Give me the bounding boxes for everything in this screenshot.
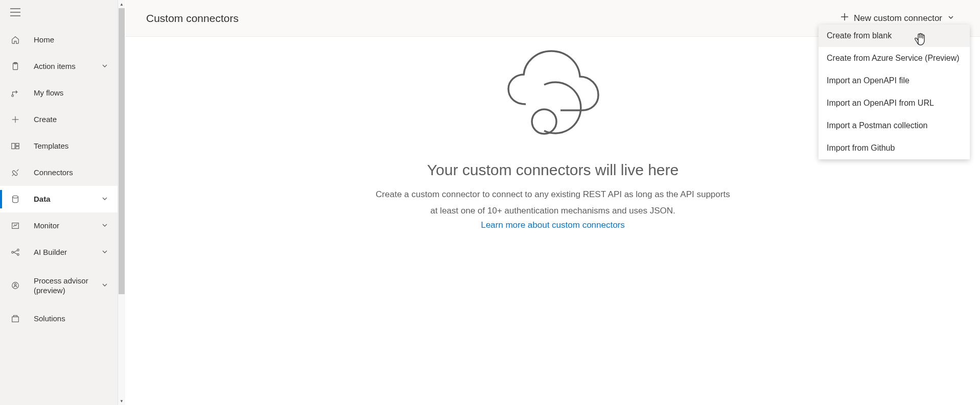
- sidebar-item-label: My flows: [34, 88, 109, 98]
- ai-builder-icon: [10, 247, 20, 257]
- chevron-down-icon: [101, 222, 109, 230]
- monitor-icon: [10, 221, 20, 231]
- plus-icon: [10, 114, 20, 125]
- hamburger-icon: [10, 8, 20, 18]
- connector-icon: [10, 168, 20, 178]
- solutions-icon: [10, 314, 20, 324]
- scrollbar-thumb[interactable]: [119, 8, 125, 294]
- sidebar-item-create[interactable]: Create: [0, 106, 118, 133]
- sidebar-item-templates[interactable]: Templates: [0, 133, 118, 159]
- dropdown-item-label: Import a Postman collection: [827, 121, 927, 130]
- sidebar: Home Action items My flows Create: [0, 0, 118, 405]
- sidebar-item-action-items[interactable]: Action items: [0, 53, 118, 80]
- dropdown-item-import-openapi-file[interactable]: Import an OpenAPI file: [819, 69, 970, 92]
- sidebar-scrollbar[interactable]: ▲ ▼: [118, 0, 125, 405]
- dropdown-item-create-from-blank[interactable]: Create from blank: [819, 25, 970, 47]
- sidebar-item-home[interactable]: Home: [0, 27, 118, 53]
- svg-rect-19: [13, 316, 17, 317]
- svg-rect-12: [12, 223, 19, 229]
- dropdown-item-label: Import an OpenAPI from URL: [827, 99, 934, 108]
- process-advisor-icon: [10, 280, 20, 291]
- dropdown-item-import-openapi-url[interactable]: Import an OpenAPI from URL: [819, 92, 970, 114]
- svg-point-13: [12, 251, 14, 253]
- sidebar-item-my-flows[interactable]: My flows: [0, 80, 118, 106]
- dropdown-item-create-from-azure-service[interactable]: Create from Azure Service (Preview): [819, 47, 970, 69]
- sidebar-item-data[interactable]: Data: [0, 186, 118, 212]
- sidebar-item-label: Solutions: [34, 314, 109, 324]
- plus-icon: [841, 13, 849, 23]
- svg-point-14: [17, 249, 19, 251]
- svg-point-5: [12, 95, 14, 97]
- svg-rect-10: [16, 147, 19, 149]
- chevron-down-icon: [101, 195, 109, 203]
- chevron-down-icon: [947, 13, 954, 23]
- svg-rect-9: [16, 144, 19, 146]
- sidebar-item-label: AI Builder: [34, 247, 101, 257]
- sidebar-item-connectors[interactable]: Connectors: [0, 159, 118, 186]
- svg-point-17: [14, 283, 16, 285]
- flow-icon: [10, 88, 20, 98]
- sidebar-item-monitor[interactable]: Monitor: [0, 212, 118, 239]
- scroll-up-arrow-icon[interactable]: ▲: [118, 0, 125, 8]
- learn-more-link[interactable]: Learn more about custom connectors: [481, 220, 625, 230]
- svg-point-15: [17, 254, 19, 256]
- chevron-down-icon: [101, 62, 109, 70]
- svg-rect-8: [12, 144, 15, 149]
- sidebar-item-label: Home: [34, 35, 109, 45]
- sidebar-item-label: Create: [34, 114, 109, 125]
- dropdown-item-label: Import from Github: [827, 144, 895, 153]
- cloud-illustration-icon: [494, 44, 612, 141]
- app-root: Home Action items My flows Create: [0, 0, 980, 405]
- sidebar-item-ai-builder[interactable]: AI Builder: [0, 239, 118, 266]
- chevron-down-icon: [101, 281, 109, 290]
- empty-state-title: Your custom connectors will live here: [427, 161, 679, 179]
- dropdown-item-label: Create from blank: [827, 31, 892, 40]
- svg-point-22: [532, 109, 556, 134]
- templates-icon: [10, 141, 20, 151]
- main-content: Custom connectors New custom connector: [126, 0, 980, 405]
- sidebar-item-label: Action items: [34, 61, 101, 72]
- sidebar-item-solutions[interactable]: Solutions: [0, 305, 118, 332]
- sidebar-item-label: Templates: [34, 141, 109, 151]
- sidebar-item-label: Data: [34, 194, 101, 204]
- sidebar-item-label: Connectors: [34, 168, 109, 178]
- dropdown-item-import-postman[interactable]: Import a Postman collection: [819, 114, 970, 137]
- new-button-label: New custom connector: [854, 13, 942, 23]
- page-title: Custom connectors: [146, 12, 239, 25]
- scroll-down-arrow-icon[interactable]: ▼: [118, 397, 125, 405]
- sidebar-item-process-advisor[interactable]: Process advisor (preview): [0, 266, 118, 305]
- home-icon: [10, 35, 20, 45]
- new-connector-dropdown: Create from blank Create from Azure Serv…: [819, 25, 970, 159]
- chevron-down-icon: [101, 248, 109, 256]
- hamburger-button[interactable]: [0, 0, 118, 27]
- sidebar-item-label: Monitor: [34, 221, 101, 231]
- empty-state-desc-line2: at least one of 10+ authentication mecha…: [430, 204, 675, 218]
- svg-point-11: [13, 196, 18, 198]
- database-icon: [10, 194, 20, 204]
- dropdown-item-label: Create from Azure Service (Preview): [827, 54, 960, 63]
- dropdown-item-label: Import an OpenAPI file: [827, 76, 909, 85]
- svg-rect-18: [12, 317, 19, 322]
- sidebar-item-label: Process advisor (preview): [34, 276, 101, 296]
- empty-state-desc-line1: Create a custom connector to connect to …: [376, 188, 730, 201]
- dropdown-item-import-github[interactable]: Import from Github: [819, 137, 970, 159]
- clipboard-icon: [10, 61, 20, 72]
